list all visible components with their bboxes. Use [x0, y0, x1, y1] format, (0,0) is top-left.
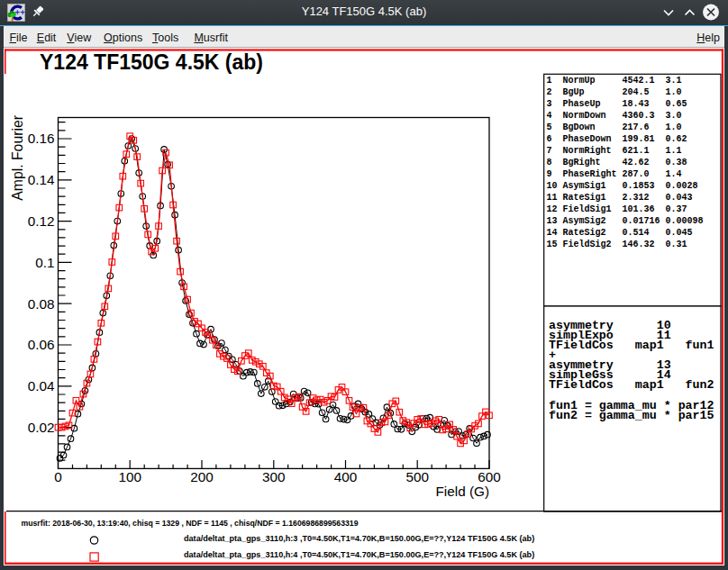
svg-text:0.04: 0.04	[28, 378, 55, 394]
svg-text:600: 600	[478, 469, 501, 484]
svg-text:data/deltat_pta_gps_3110,h:4 ,: data/deltat_pta_gps_3110,h:4 ,T0=4.50K,T…	[184, 550, 534, 559]
svg-text:musrfit: 2018-06-30, 13:19:40,: musrfit: 2018-06-30, 13:19:40, chisq = 1…	[22, 519, 359, 528]
svg-text:data/deltat_pta_gps_3110,h:3 ,: data/deltat_pta_gps_3110,h:3 ,T0=4.50K,T…	[184, 534, 534, 543]
svg-text:300: 300	[262, 469, 286, 484]
svg-text:13AsymSig20.017160.00098: 13AsymSig20.017160.00098	[547, 216, 704, 226]
svg-text:0: 0	[54, 469, 62, 484]
svg-text:Field (G): Field (G)	[436, 484, 490, 499]
svg-text:200: 200	[190, 469, 214, 484]
svg-text:100: 100	[118, 469, 141, 484]
svg-text:Y124 TF150G 4.5K (ab): Y124 TF150G 4.5K (ab)	[40, 50, 263, 74]
svg-text:500: 500	[405, 469, 429, 484]
svg-text:10AsymSig10.18530.0028: 10AsymSig10.18530.0028	[547, 181, 698, 191]
svg-text:400: 400	[334, 469, 358, 484]
svg-text:0.1: 0.1	[35, 255, 54, 270]
svg-text:0.16: 0.16	[28, 131, 55, 146]
svg-text:0.14: 0.14	[28, 172, 55, 187]
svg-text:Ampl. Fourier: Ampl. Fourier	[10, 115, 25, 201]
svg-text:0.06: 0.06	[28, 337, 55, 352]
svg-text:0.08: 0.08	[28, 296, 55, 312]
svg-text:0.12: 0.12	[28, 213, 55, 229]
svg-text:fun2 = gamma_mu * par15: fun2 = gamma_mu * par15	[549, 409, 714, 422]
svg-text:0.02: 0.02	[28, 420, 55, 435]
